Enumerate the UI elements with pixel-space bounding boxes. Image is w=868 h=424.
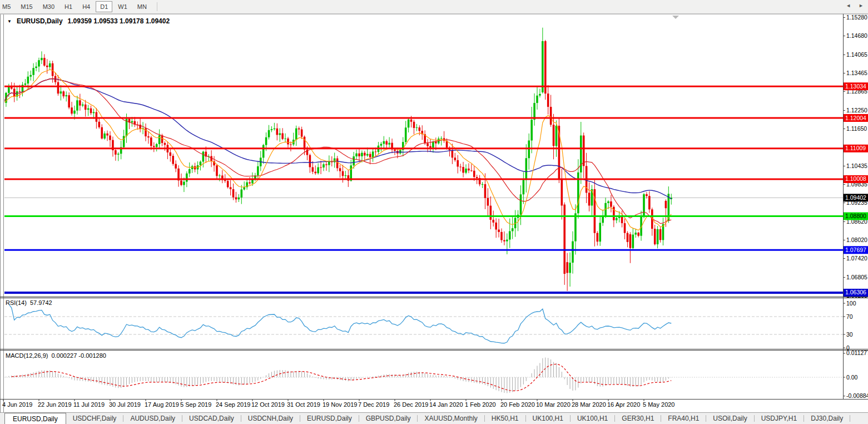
price-axis-tick-label: 1.08020 [846, 236, 867, 243]
price-axis-tick-label: 1.06805 [846, 274, 867, 280]
macd-pane [3, 357, 843, 393]
price-axis-tick-label: 1.15280 [846, 14, 867, 21]
symbol-tab-uk100-h1[interactable]: UK100,H1 [571, 413, 614, 424]
chart-title: ▼ EURUSD,Daily 1.09359 1.09533 1.09178 1… [7, 17, 170, 25]
date-axis-label: 10 Mar 2020 [536, 401, 571, 408]
rsi-line [9, 304, 671, 343]
symbol-tabbar: EURUSD,DailyUSDCHF,DailyAUDUSD,DailyUSDC… [0, 412, 868, 424]
date-axis-label: 22 Jun 2019 [38, 401, 72, 408]
timeframe-button-h1[interactable]: H1 [60, 1, 77, 12]
symbol-tab-hk50-h1[interactable]: HK50,H1 [485, 413, 525, 424]
chart-shift-marker-icon[interactable] [672, 16, 679, 19]
symbol-tab-uk100-h1[interactable]: UK100,H1 [526, 413, 570, 424]
pane-separators [0, 297, 868, 400]
moving-averages-group [3, 70, 671, 230]
price-axis-tick-label: 1.13465 [846, 70, 867, 76]
mt4-chart-window: { "toolbar": { "timeframes": [ {"label":… [0, 0, 868, 424]
tabbar-scroll-left-icon[interactable]: ◄ [846, 3, 851, 8]
date-axis[interactable]: 4 Jun 201922 Jun 201911 Jul 201930 Jul 2… [2, 399, 674, 408]
timeframe-button-d1[interactable]: D1 [96, 1, 112, 12]
candles-group [2, 28, 672, 291]
timeframe-button-mn[interactable]: MN [133, 1, 151, 12]
toolbar-separator [157, 2, 157, 11]
macd-axis-tick-label: 0.011277 [846, 349, 868, 356]
price-axis[interactable]: 1.152801.146801.140651.134651.128651.122… [843, 14, 868, 399]
rsi-value: 57.9742 [30, 299, 52, 306]
date-axis-label: 31 Oct 2019 [287, 401, 320, 408]
macd-axis: 0.0112770.00-0.00884 [843, 349, 868, 399]
symbol-tab-xauusd-monthly[interactable]: XAUUSD,Monthly [418, 413, 484, 424]
date-axis-label: 11 Jul 2019 [73, 401, 105, 408]
rsi-axis-tick-label: 30 [846, 331, 853, 338]
date-axis-label: 19 Nov 2019 [323, 401, 357, 408]
date-axis-label: 16 Apr 2020 [607, 401, 640, 408]
symbol-tab-usdjpy-h1[interactable]: USDJPY,H1 [755, 413, 803, 424]
symbol-tab-fra40-h1[interactable]: FRA40,H1 [661, 413, 706, 424]
level-price-badge-label: 1.13034 [845, 83, 866, 90]
price-axis-tick-label: 1.07420 [846, 255, 867, 262]
date-axis-label: 24 Sep 2019 [216, 401, 250, 408]
current-price-badge-label: 1.09402 [845, 194, 866, 201]
symbol-tab-usoil-daily[interactable]: USOil,Daily [706, 413, 753, 424]
price-axis-tick-label: 1.11650 [846, 125, 867, 132]
macd-value: 0.000227 -0.001280 [51, 352, 106, 359]
tabbar-scroll-right-icon[interactable]: ► [859, 3, 864, 8]
price-axis-tick-label: 1.10435 [846, 162, 867, 169]
date-axis-label: 12 Oct 2019 [251, 401, 285, 408]
symbol-tab-usdcnh-daily[interactable]: USDCNH,Daily [241, 413, 300, 424]
date-axis-label: 7 Dec 2019 [358, 401, 389, 408]
price-axis-tick-label: 1.14680 [846, 32, 867, 39]
level-price-badge-label: 1.06306 [845, 289, 866, 295]
rsi-pane [4, 304, 843, 343]
date-axis-label: 4 Jun 2019 [2, 401, 32, 408]
timeframe-button-m15[interactable]: M15 [16, 1, 37, 12]
date-axis-label: 30 Jul 2019 [109, 401, 141, 408]
tab-separator [850, 415, 850, 422]
symbol-dropdown-icon[interactable]: ▼ [7, 19, 12, 24]
macd-indicator-label: MACD(12,26,9) 0.000227 -0.001280 [6, 352, 106, 359]
price-axis-tick-label: 1.14065 [846, 51, 867, 58]
level-price-badge-label: 1.10008 [845, 175, 866, 182]
symbol-tab-eurusd-daily[interactable]: EURUSD,Daily [300, 413, 359, 424]
level-price-badge-label: 1.12004 [845, 115, 866, 121]
timeframe-button-m5[interactable]: M5 [0, 1, 15, 12]
rsi-axis-tick-label: 70 [846, 313, 853, 320]
window-frame [0, 14, 868, 424]
date-axis-label: 5 Sep 2019 [180, 401, 211, 408]
price-axis-tick-label: 1.12250 [846, 107, 867, 114]
symbol-tab-ger30-h1[interactable]: GER30,H1 [615, 413, 661, 424]
symbol-tab-usdchf-daily[interactable]: USDCHF,Daily [66, 413, 123, 424]
macd-axis-tick-label: 0.00 [846, 374, 858, 381]
level-price-badge-label: 1.08800 [845, 213, 866, 219]
symbol-tab-eurusd-daily[interactable]: EURUSD,Daily [4, 413, 66, 424]
timeframe-button-h4[interactable]: H4 [78, 1, 95, 12]
date-axis-label: 14 Jan 2020 [429, 401, 463, 408]
date-axis-label: 26 Dec 2019 [394, 401, 428, 408]
level-price-badge-label: 1.11009 [845, 145, 866, 151]
timeframe-button-m30[interactable]: M30 [38, 1, 59, 12]
level-price-badge-label: 1.07697 [845, 246, 866, 253]
symbol-tab-usdcad-daily[interactable]: USDCAD,Daily [182, 413, 241, 424]
symbol-tab-dj30-daily[interactable]: DJ30,Daily [804, 413, 850, 424]
chart-ohlc-values: 1.09359 1.09533 1.09178 1.09402 [68, 17, 170, 25]
macd-axis-tick-label: -0.00884 [846, 392, 868, 399]
date-axis-label: 5 May 2020 [643, 401, 674, 408]
rsi-axis-tick-label: 100 [846, 300, 856, 307]
tabbar-scroll-arrows: ◄ ► [846, 3, 864, 8]
chart-canvas[interactable]: 1.152801.146801.140651.134651.128651.122… [0, 0, 868, 424]
ma-mid-line [3, 78, 671, 223]
horizontal-lines-group[interactable] [4, 86, 843, 293]
symbol-tab-gbpusd-daily[interactable]: GBPUSD,Daily [359, 413, 418, 424]
timeframe-button-w1[interactable]: W1 [113, 1, 132, 12]
rsi-name: RSI(14) [6, 299, 27, 306]
date-axis-label: 20 Feb 2020 [500, 401, 535, 408]
chart-symbol-label: EURUSD,Daily [17, 17, 63, 25]
date-axis-label: 17 Aug 2019 [145, 401, 179, 408]
date-axis-label: 1 Feb 2020 [465, 401, 496, 408]
macd-name: MACD(12,26,9) [6, 352, 48, 359]
timeframe-toolbar: M5M15M30H1H4D1W1MN [0, 0, 868, 14]
rsi-axis: 10070300 [843, 300, 856, 351]
rsi-indicator-label: RSI(14) 57.9742 [6, 299, 52, 306]
date-axis-label: 28 Mar 2020 [572, 401, 606, 408]
symbol-tab-audusd-daily[interactable]: AUDUSD,Daily [123, 413, 182, 424]
